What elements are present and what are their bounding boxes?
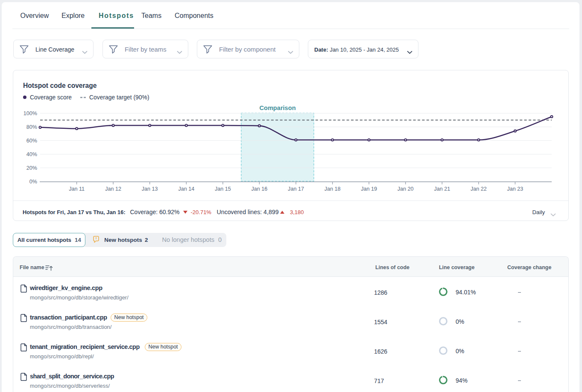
svg-text:Jan 21: Jan 21 <box>434 186 450 192</box>
svg-text:Jan 11: Jan 11 <box>69 186 85 192</box>
svg-text:Jan 22: Jan 22 <box>471 186 487 192</box>
svg-text:80%: 80% <box>26 124 37 130</box>
svg-text:60%: 60% <box>26 138 37 144</box>
svg-text:Jan 13: Jan 13 <box>142 186 158 192</box>
svg-text:Jan 17: Jan 17 <box>288 186 304 192</box>
svg-text:Jan 14: Jan 14 <box>178 186 194 192</box>
svg-text:Jan 18: Jan 18 <box>325 186 341 192</box>
svg-text:Jan 23: Jan 23 <box>507 186 523 192</box>
svg-text:Jan 19: Jan 19 <box>361 186 377 192</box>
svg-text:Jan 20: Jan 20 <box>398 186 414 192</box>
svg-text:Comparison: Comparison <box>259 105 295 111</box>
svg-text:20%: 20% <box>26 165 37 171</box>
svg-text:Jan 12: Jan 12 <box>105 186 121 192</box>
svg-text:Jan 15: Jan 15 <box>215 186 231 192</box>
svg-text:100%: 100% <box>23 110 37 116</box>
svg-text:Jan 16: Jan 16 <box>251 186 267 192</box>
svg-text:40%: 40% <box>26 151 37 157</box>
svg-text:0%: 0% <box>29 179 37 185</box>
